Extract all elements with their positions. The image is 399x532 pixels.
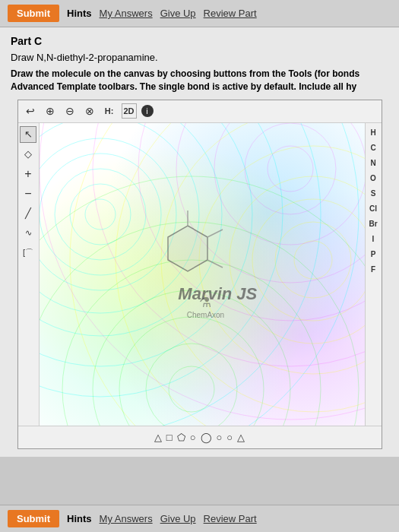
submit-button-bottom[interactable]: Submit <box>8 510 59 527</box>
shape-circle3-icon[interactable]: ○ <box>217 432 223 443</box>
my-answers-link-top[interactable]: My Answers <box>100 8 153 19</box>
interference-rings <box>40 123 365 426</box>
svg-point-19 <box>169 366 214 412</box>
select-tool-icon[interactable]: ↖ <box>20 126 36 143</box>
zoom-out-icon[interactable]: ⊖ <box>62 103 78 119</box>
element-f[interactable]: F <box>366 263 381 277</box>
ring-tool-icon[interactable]: [⌒ <box>20 245 36 261</box>
element-n[interactable]: N <box>366 157 381 170</box>
bottom-toolbar: Submit Hints My Answers Give Up Review P… <box>0 505 399 532</box>
review-part-link-bottom[interactable]: Review Part <box>204 513 257 524</box>
draw-tool-icon[interactable]: ◇ <box>20 146 36 163</box>
shape-square-icon[interactable]: □ <box>166 432 173 443</box>
shape-triangle-icon[interactable]: △ <box>154 432 162 443</box>
svg-point-2 <box>55 169 146 260</box>
content-area: Part C Draw N,N-diethyl-2-propanamine. D… <box>0 27 399 457</box>
search-icon[interactable]: ⊗ <box>82 103 97 119</box>
marvin-bottom-toolbar: △ □ ⬠ ○ ◯ ○ ○ △ <box>18 426 382 448</box>
svg-point-0 <box>85 199 116 230</box>
2d-label: 2D <box>122 103 137 119</box>
marvin-left-toolbar: ↖ ◇ + − ╱ ∿ [⌒ <box>18 123 40 426</box>
shape-pentagon-icon[interactable]: ⬠ <box>177 432 185 443</box>
element-br[interactable]: Br <box>366 217 381 231</box>
give-up-link-top[interactable]: Give Up <box>160 8 196 19</box>
top-toolbar: Submit Hints My Answers Give Up Review P… <box>0 0 399 27</box>
svg-point-21 <box>119 317 264 426</box>
review-part-link-top[interactable]: Review Part <box>204 8 257 19</box>
svg-point-7 <box>40 123 252 366</box>
element-cl[interactable]: Cl <box>366 202 381 216</box>
svg-line-36 <box>207 260 223 268</box>
marvin-canvas-container: ↩ ⊕ ⊖ ⊗ H: 2D i ↖ ◇ + − ╱ ∿ [⌒ H C N O S… <box>17 100 382 449</box>
add-tool-icon[interactable]: + <box>20 166 36 182</box>
shape-circle4-icon[interactable]: ○ <box>226 432 233 443</box>
svg-point-28 <box>214 123 365 245</box>
svg-point-11 <box>294 241 332 279</box>
zoom-in-icon[interactable]: ⊕ <box>43 103 58 119</box>
svg-point-13 <box>252 199 365 321</box>
question-instructions: Draw the molecule on the canvas by choos… <box>11 68 388 93</box>
shape-triangle2-icon[interactable]: △ <box>237 432 245 443</box>
svg-point-15 <box>199 146 365 374</box>
h-label: H: <box>102 103 117 119</box>
shape-circle1-icon[interactable]: ○ <box>190 432 196 443</box>
give-up-link-bottom[interactable]: Give Up <box>160 513 196 524</box>
hints-link-top[interactable]: Hints <box>67 8 92 19</box>
my-answers-link-bottom[interactable]: My Answers <box>100 513 153 524</box>
chain-tool-icon[interactable]: ∿ <box>20 225 36 242</box>
element-c[interactable]: C <box>366 141 381 155</box>
chemaxon-logo: ⚗ ChemAxon <box>187 294 224 319</box>
element-o[interactable]: O <box>366 172 381 185</box>
svg-point-5 <box>40 123 199 313</box>
element-h[interactable]: H <box>366 126 381 140</box>
svg-point-9 <box>40 123 321 426</box>
bond-tool-icon[interactable]: ╱ <box>20 205 36 222</box>
element-s[interactable]: S <box>366 187 381 201</box>
element-p[interactable]: P <box>366 248 381 261</box>
svg-point-12 <box>275 222 351 298</box>
info-icon[interactable]: i <box>141 105 154 117</box>
question-title: Draw N,N-diethyl-2-propanamine. <box>11 52 388 63</box>
marvin-top-toolbar: ↩ ⊕ ⊖ ⊗ H: 2D i <box>18 100 382 123</box>
svg-point-3 <box>40 154 161 275</box>
element-i[interactable]: I <box>366 233 381 246</box>
submit-button-top[interactable]: Submit <box>8 5 59 22</box>
marvin-drawing-area[interactable]: Marvin JS ⚗ ChemAxon <box>40 123 365 426</box>
marvin-right-toolbar: H C N O S Cl Br I P F <box>365 123 382 426</box>
hints-link-bottom[interactable]: Hints <box>67 513 92 524</box>
part-label: Part C <box>11 35 388 47</box>
undo-icon[interactable]: ↩ <box>23 103 38 119</box>
shape-circle2-icon[interactable]: ◯ <box>201 432 212 443</box>
svg-point-10 <box>40 123 359 426</box>
minus-tool-icon[interactable]: − <box>20 185 36 202</box>
flask-icon: ⚗ <box>187 294 224 311</box>
svg-point-31 <box>93 123 365 366</box>
